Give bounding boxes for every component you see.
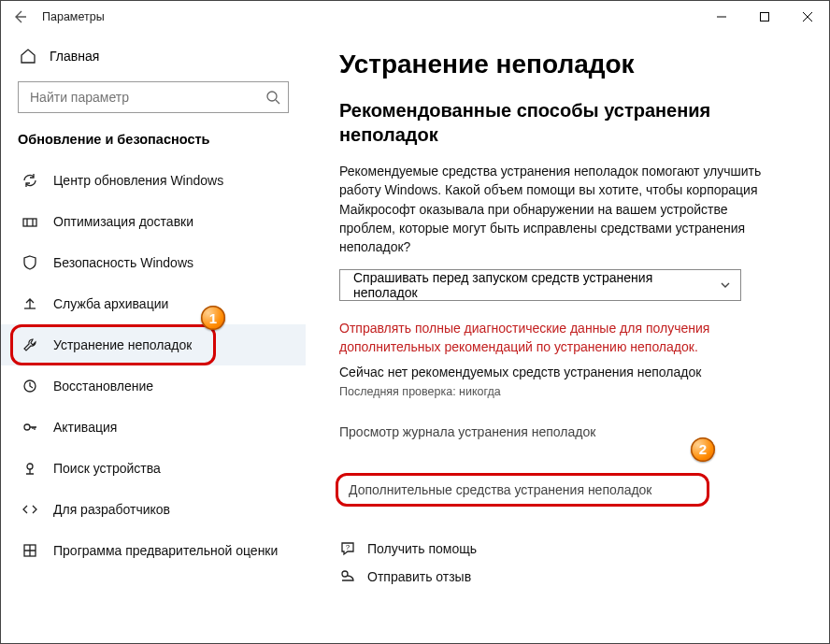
sidebar-item-delivery-optimization[interactable]: Оптимизация доставки xyxy=(1,201,306,242)
help-icon: ? xyxy=(339,540,356,557)
search-input[interactable] xyxy=(28,89,265,106)
developers-icon xyxy=(21,501,38,518)
feedback-label: Отправить отзыв xyxy=(367,569,471,584)
backup-icon xyxy=(21,295,38,312)
sidebar-item-troubleshoot[interactable]: Устранение неполадок 1 xyxy=(1,324,306,365)
delivery-icon xyxy=(21,213,38,230)
feedback-icon xyxy=(339,568,356,585)
wrench-icon xyxy=(21,336,38,353)
home-icon xyxy=(20,48,36,64)
sidebar-section-label: Обновление и безопасность xyxy=(1,122,306,160)
get-help-link[interactable]: ? Получить помощь xyxy=(339,540,810,557)
svg-rect-2 xyxy=(23,219,36,226)
titlebar: Параметры xyxy=(1,1,829,33)
history-link[interactable]: Просмотр журнала устранения неполадок xyxy=(339,424,810,439)
sidebar-item-label: Поиск устройства xyxy=(53,461,161,476)
section-description: Рекомендуемые средства устранения непола… xyxy=(339,162,769,256)
back-button[interactable] xyxy=(7,4,33,30)
link-label: Дополнительные средства устранения непол… xyxy=(349,482,652,497)
svg-point-1 xyxy=(267,92,277,101)
insider-icon xyxy=(21,542,38,559)
sidebar-item-label: Оптимизация доставки xyxy=(53,214,193,229)
sidebar-item-label: Для разработчиков xyxy=(53,502,170,517)
maximize-button[interactable] xyxy=(743,2,786,32)
minimize-button[interactable] xyxy=(700,2,743,32)
back-arrow-icon xyxy=(12,9,27,24)
sidebar-item-recovery[interactable]: Восстановление xyxy=(1,365,306,407)
search-box[interactable] xyxy=(18,81,289,113)
sidebar-item-for-developers[interactable]: Для разработчиков xyxy=(1,489,306,530)
dropdown-value: Спрашивать перед запуском средств устран… xyxy=(353,270,720,300)
svg-point-5 xyxy=(27,464,33,469)
home-link[interactable]: Главная xyxy=(1,38,306,74)
sidebar-item-label: Устранение неполадок xyxy=(53,337,192,352)
assist-level-dropdown[interactable]: Спрашивать перед запуском средств устран… xyxy=(339,269,741,301)
sidebar-item-activation[interactable]: Активация xyxy=(1,407,306,448)
settings-window: Параметры Главная Обновление и безопасн xyxy=(0,0,830,644)
minimize-icon xyxy=(717,12,726,21)
chevron-down-icon xyxy=(720,279,731,291)
sidebar: Главная Обновление и безопасность Центр … xyxy=(1,33,306,641)
help-label: Получить помощь xyxy=(367,541,477,556)
find-device-icon xyxy=(21,460,38,477)
search-wrap xyxy=(1,74,306,122)
svg-point-8 xyxy=(342,571,348,577)
sidebar-item-windows-update[interactable]: Центр обновления Windows xyxy=(1,160,306,201)
sidebar-item-label: Центр обновления Windows xyxy=(53,173,223,188)
sidebar-item-label: Безопасность Windows xyxy=(53,255,193,270)
sidebar-item-label: Восстановление xyxy=(53,379,153,394)
sidebar-item-label: Служба архивации xyxy=(53,296,168,311)
window-title: Параметры xyxy=(42,10,105,23)
last-check-text: Последняя проверка: никогда xyxy=(339,385,810,398)
close-button[interactable] xyxy=(786,2,829,32)
svg-text:?: ? xyxy=(346,543,351,551)
svg-rect-0 xyxy=(761,13,769,21)
home-label: Главная xyxy=(50,49,99,64)
send-feedback-link[interactable]: Отправить отзыв xyxy=(339,568,810,585)
sidebar-item-insider-program[interactable]: Программа предварительной оценки xyxy=(1,530,306,571)
shield-icon xyxy=(21,254,38,271)
maximize-icon xyxy=(760,12,769,21)
annotation-badge-2: 2 xyxy=(691,437,715,462)
diagnostic-data-link[interactable]: Отправлять полные диагностические данные… xyxy=(339,320,769,356)
sidebar-item-label: Программа предварительной оценки xyxy=(53,543,278,558)
recovery-icon xyxy=(21,378,38,394)
section-heading: Рекомендованные способы устранения непол… xyxy=(339,98,810,147)
sync-icon xyxy=(21,172,38,189)
close-icon xyxy=(803,12,812,21)
additional-troubleshooters-link[interactable]: Дополнительные средства устранения непол… xyxy=(339,475,706,505)
page-title: Устранение неполадок xyxy=(339,50,810,79)
sidebar-item-label: Активация xyxy=(53,420,117,435)
sidebar-item-windows-security[interactable]: Безопасность Windows xyxy=(1,242,306,283)
content-panel: Устранение неполадок Рекомендованные спо… xyxy=(306,33,829,641)
sidebar-item-find-my-device[interactable]: Поиск устройства xyxy=(1,448,306,489)
svg-point-4 xyxy=(24,424,30,430)
window-controls xyxy=(700,2,829,32)
search-icon xyxy=(265,90,280,105)
sidebar-item-backup[interactable]: Служба архивации xyxy=(1,283,306,324)
status-text: Сейчас нет рекомендуемых средств устране… xyxy=(339,365,810,379)
activation-icon xyxy=(21,419,38,436)
